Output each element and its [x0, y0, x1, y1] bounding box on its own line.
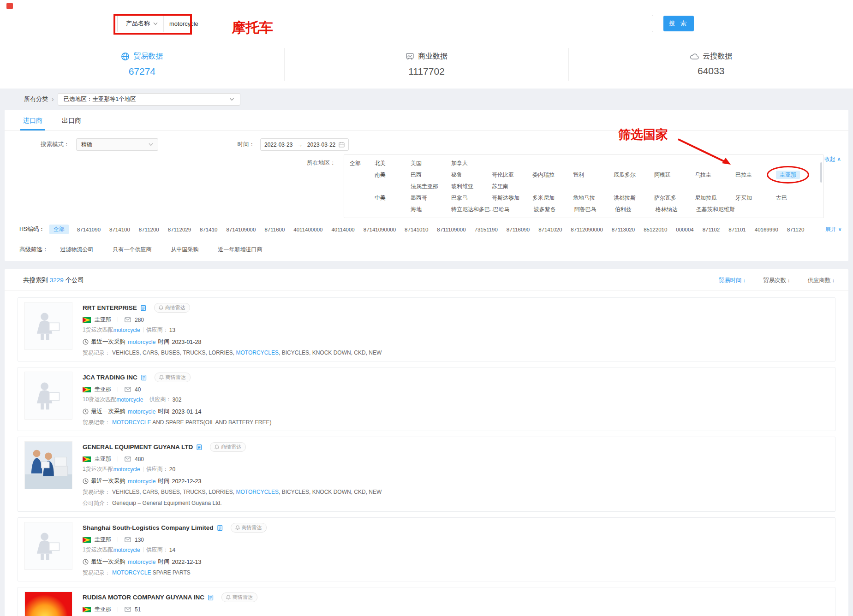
collapse-link[interactable]: 收起 ∧ [824, 155, 841, 163]
region-option[interactable]: 古巴 [776, 192, 817, 204]
records-keyword[interactable]: MOTORCYCLE [112, 419, 151, 426]
hs-code-option[interactable]: 8711109000 [437, 227, 465, 232]
hs-code-option[interactable]: 871102 [703, 227, 720, 232]
region-option[interactable]: 危地马拉 [573, 192, 614, 204]
hs-code-all-option[interactable]: 全部 [49, 225, 69, 234]
hs-code-option[interactable]: 8711200 [139, 227, 159, 232]
region-option[interactable]: 巴拉圭 [735, 169, 776, 181]
region-option[interactable]: 哥伦比亚 [492, 169, 532, 181]
recent-keyword-link[interactable]: motorcycle [128, 409, 155, 415]
company-name[interactable]: RRT ENTERPRISE [83, 304, 137, 311]
region-option[interactable]: 萨尔瓦多 [654, 192, 695, 204]
report-icon[interactable] [217, 525, 223, 531]
search-field-type-select[interactable]: 产品名称 [118, 15, 164, 32]
company-name[interactable]: GENERAL EQUIPMENT GUYANA LTD [83, 444, 193, 450]
region-scrollbar[interactable] [820, 162, 822, 183]
region-option-all[interactable] [350, 204, 375, 215]
hs-code-option[interactable]: 87112090000 [571, 227, 603, 232]
region-option[interactable]: 阿鲁巴岛 [574, 204, 615, 215]
region-option[interactable]: 秘鲁 [451, 169, 492, 181]
region-option[interactable]: 智利 [573, 169, 614, 181]
hs-code-option[interactable]: 871120 [787, 227, 805, 232]
company-thumbnail[interactable] [24, 372, 72, 420]
records-keyword[interactable]: MOTORCYCLES [236, 489, 279, 495]
search-input[interactable] [164, 20, 653, 27]
region-option[interactable]: 牙买加 [735, 192, 776, 204]
hs-code-option[interactable]: 73151190 [475, 227, 498, 232]
hs-code-option[interactable]: 8714100 [109, 227, 130, 232]
region-option[interactable]: 加拿大 [451, 158, 492, 169]
recent-keyword-link[interactable]: motorcycle [128, 478, 155, 485]
hs-code-option[interactable]: 40114000 [331, 227, 354, 232]
region-option[interactable]: 阿根廷 [654, 169, 695, 181]
region-option[interactable]: 哥斯达黎加 [492, 192, 532, 204]
report-icon[interactable] [197, 444, 203, 450]
region-option[interactable]: 格林纳达 [656, 204, 696, 215]
hs-code-option[interactable]: 87141090 [77, 227, 101, 232]
match-keyword-link[interactable]: motorcycle [113, 547, 140, 553]
region-option[interactable]: 伯利兹 [615, 204, 656, 215]
advanced-filter-option[interactable]: 近一年新增进口商 [218, 246, 262, 254]
date-range-picker[interactable]: 2022-03-23 → 2023-03-22 [260, 138, 349, 151]
tab-exporters[interactable]: 出口商 [59, 111, 84, 130]
region-option[interactable]: 委内瑞拉 [532, 169, 573, 181]
region-option[interactable]: 洪都拉斯 [614, 192, 654, 204]
region-option[interactable]: 巴西 [411, 169, 451, 181]
region-option[interactable]: 多米尼加 [532, 192, 573, 204]
company-thumbnail[interactable] [24, 592, 72, 616]
region-option-all[interactable] [350, 169, 375, 181]
business-intel-radar-badge[interactable]: 商情雷达 [231, 523, 267, 533]
sort-supplier-count[interactable]: 供应商数↓ [808, 277, 835, 284]
region-option[interactable]: 圣基茨和尼维斯 [696, 204, 737, 215]
business-intel-radar-badge[interactable]: 商情雷达 [210, 442, 246, 452]
region-option[interactable]: 厄瓜多尔 [614, 169, 654, 181]
business-intel-radar-badge[interactable]: 商情雷达 [155, 373, 191, 382]
sort-trade-time[interactable]: 贸易时间↓ [719, 277, 746, 284]
region-option-selected[interactable]: 圭亚那 [776, 169, 817, 181]
selected-region-dropdown[interactable]: 已选地区：圭亚那等1个地区 [58, 93, 240, 106]
records-keyword[interactable]: MOTORCYCLE [112, 569, 151, 576]
hs-code-option[interactable]: 4011400000 [293, 227, 322, 232]
all-categories-label[interactable]: 所有分类 [24, 95, 48, 103]
report-icon[interactable] [208, 594, 214, 601]
region-option[interactable]: 海地 [411, 204, 451, 215]
region-option[interactable]: 尼加拉瓜 [695, 192, 735, 204]
match-keyword-link[interactable]: motorcycle [113, 466, 140, 473]
search-mode-select[interactable]: 精确 [76, 138, 158, 151]
hs-code-option[interactable]: 871101 [728, 227, 746, 232]
company-name[interactable]: RUDISA MOTOR COMPANY GUYANA INC [83, 594, 204, 601]
region-option[interactable]: 美国 [411, 158, 451, 169]
hs-code-option[interactable]: 87116090 [507, 227, 530, 232]
company-thumbnail[interactable] [24, 522, 72, 570]
company-thumbnail[interactable] [24, 302, 72, 350]
hs-code-option[interactable]: 85122010 [644, 227, 667, 232]
region-option[interactable]: 墨西哥 [411, 192, 451, 204]
hs-code-option[interactable]: 40169990 [755, 227, 778, 232]
business-intel-radar-badge[interactable]: 商情雷达 [221, 592, 257, 602]
match-keyword-link[interactable]: motorcycle [113, 327, 140, 333]
region-option-all[interactable] [350, 192, 375, 204]
search-button[interactable]: 搜 索 [663, 16, 694, 31]
match-keyword-link[interactable]: motorcycle [116, 397, 143, 403]
recent-keyword-link[interactable]: motorcycle [128, 559, 155, 565]
hs-code-option[interactable]: 87141090000 [364, 227, 396, 232]
hs-code-option[interactable]: 87141020 [538, 227, 562, 232]
stat-cloud-search-data[interactable]: 云搜数据 64033 [568, 48, 853, 81]
company-name[interactable]: Shanghai South-Logistics Company Limited [83, 524, 214, 531]
company-name[interactable]: JCA TRADING INC [83, 374, 137, 381]
recent-keyword-link[interactable]: motorcycle [128, 339, 155, 345]
region-option[interactable]: 乌拉圭 [695, 169, 735, 181]
region-option[interactable]: 法属圭亚那 [411, 181, 451, 192]
report-icon[interactable] [141, 305, 147, 311]
hs-code-option[interactable]: 000004 [676, 227, 693, 232]
region-option[interactable]: 玻利维亚 [451, 181, 492, 192]
sort-trade-count[interactable]: 贸易次数↓ [763, 277, 790, 284]
advanced-filter-option[interactable]: 从中国采购 [171, 246, 199, 254]
region-option[interactable]: 特立尼达和多巴.. [451, 204, 493, 215]
hs-code-option[interactable]: 87112029 [168, 227, 191, 232]
advanced-filter-option[interactable]: 只有一个供应商 [113, 246, 152, 254]
region-option[interactable]: 巴哈马 [493, 204, 534, 215]
hs-code-option[interactable]: 8714109000 [226, 227, 256, 232]
business-intel-radar-badge[interactable]: 商情雷达 [154, 303, 190, 313]
region-option[interactable]: 波多黎各 [534, 204, 574, 215]
